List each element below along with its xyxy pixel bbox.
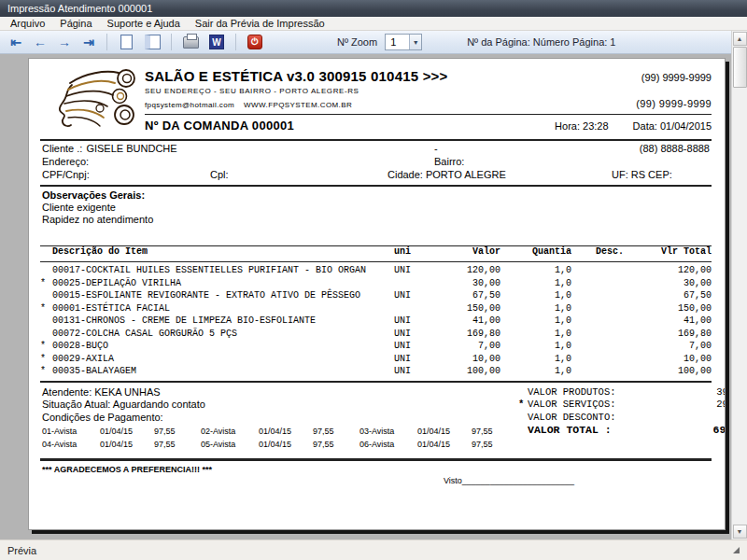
- col-descricao: Descrição do Item: [52, 246, 390, 257]
- toolbar-separator: [106, 34, 107, 50]
- item-valor: 100,00: [435, 366, 500, 376]
- scrollbar-thumb[interactable]: [733, 47, 747, 88]
- item-desc: 00001-ESTÉTICA FACIAL: [52, 303, 390, 314]
- item-valor: 10,00: [435, 354, 500, 364]
- client-endereco-label: Endereço:: [42, 156, 89, 167]
- previous-page-button[interactable]: ←: [30, 33, 50, 51]
- payment-item: 01-Avista 01/04/15 97,55: [42, 427, 201, 440]
- item-valor: 41,00: [435, 315, 500, 326]
- company-address: SEU ENDEREÇO - SEU BAIRRO - PORTO ALEGRE…: [145, 87, 712, 95]
- item-total: 41,00: [624, 315, 712, 326]
- menu-item-pagina[interactable]: Página: [53, 18, 98, 29]
- receipt-page: SALÃO E ESTÉTICA v3.0 300915 010415 >>> …: [28, 58, 726, 530]
- item-valor: 150,00: [435, 303, 500, 314]
- item-desc: 00035-BALAYAGEM: [52, 366, 390, 376]
- status-line: Situação Atual: Aguardando contato: [42, 399, 518, 412]
- observations-section: Observações Gerais: Cliente exigente Rap…: [40, 187, 712, 225]
- menu-item-sair-previa[interactable]: Sair da Prévia de Impressão: [189, 18, 331, 29]
- client-phone: (88) 8888-8888: [640, 143, 710, 154]
- payment-item: 02-Avista 01/04/15 97,55: [201, 427, 359, 440]
- item-qty: 1,0: [500, 278, 571, 288]
- toolbar-separator: [235, 34, 236, 50]
- exit-preview-button[interactable]: ⏻: [244, 33, 266, 51]
- item-desc: 00015-ESFOLIANTE REVIGORANTE - EXTRATO A…: [52, 290, 390, 301]
- item-qty: 1,0: [500, 290, 571, 301]
- client-dash: -: [434, 143, 438, 154]
- item-total: 120,00: [624, 265, 712, 275]
- single-page-view-button[interactable]: [115, 33, 137, 51]
- attendant-line: Atendente: KEKA UNHAS: [42, 386, 518, 399]
- window-title: Impressão Atendimento 000001: [7, 3, 152, 14]
- table-row: 00072-COLCHA CASAL GORGURÃO 5 PÇS UNI 16…: [40, 329, 712, 342]
- item-valor: 120,00: [435, 265, 500, 275]
- header-info: SALÃO E ESTÉTICA v3.0 300915 010415 >>> …: [145, 64, 712, 139]
- menu-item-arquivo[interactable]: Arquivo: [4, 18, 51, 29]
- item-desc: 00072-COLCHA CASAL GORGURÃO 5 PÇS: [52, 329, 390, 339]
- two-page-view-button[interactable]: [141, 33, 163, 51]
- salon-logo: [40, 64, 145, 139]
- scroll-up-icon[interactable]: ▲: [733, 32, 747, 46]
- payment-item: 04-Avista 01/04/15 97,55: [42, 440, 201, 453]
- item-qty: 1,0: [500, 315, 571, 326]
- items-table: Descrição do Item uni Valor Quantia Desc…: [40, 245, 712, 379]
- table-row: * 00035-BALAYAGEM UNI 100,00 1,0 100,00: [40, 366, 712, 379]
- client-uf-cep: UF: RS CEP:: [612, 169, 672, 180]
- divider: [40, 458, 712, 461]
- company-name: SALÃO E ESTÉTICA v3.0 300915 010415 >>>: [145, 68, 448, 84]
- item-valor: 30,00: [435, 278, 500, 288]
- client-cpl-label: Cpl:: [210, 169, 229, 180]
- status-label: Prévia: [7, 545, 36, 556]
- table-row: 00017-COCKTAIL HUILES ESSENTIELLES PURIF…: [40, 265, 712, 278]
- client-cpf-label: CPF/Cnpj:: [42, 169, 90, 180]
- totals-block: VALOR PRODUTOS: 398,30 * VALOR SERVIÇOS:…: [518, 385, 726, 454]
- next-page-button[interactable]: →: [54, 33, 75, 51]
- client-name: GISELE BUNDCHE: [86, 143, 176, 154]
- comanda-number: Nº DA COMANDA 000001: [145, 119, 294, 133]
- chevron-down-icon: ▼: [409, 35, 421, 49]
- client-label: Cliente .:: [42, 143, 82, 154]
- menu-item-suporte[interactable]: Suporte e Ajuda: [101, 18, 187, 29]
- window-titlebar: Impressão Atendimento 000001: [0, 0, 747, 17]
- print-button[interactable]: [179, 33, 202, 51]
- item-uni: UNI: [390, 341, 435, 351]
- table-row: * 00025-DEPILAÇÃO VIRILHA 30,00 1,0 30,0…: [40, 278, 712, 291]
- export-word-button[interactable]: W: [205, 33, 228, 51]
- table-row: * 00029-AXILA UNI 10,00 1,0 10,00: [40, 354, 712, 367]
- client-cidade: Cidade: PORTO ALEGRE: [388, 169, 506, 180]
- menu-bar: Arquivo Página Suporte e Ajuda Sair da P…: [0, 17, 747, 31]
- col-quantia: Quantia: [500, 246, 571, 257]
- total-servicos-row: * VALOR SERVIÇOS: 297,00: [518, 399, 726, 412]
- print-preview-area: SALÃO E ESTÉTICA v3.0 300915 010415 >>> …: [0, 54, 747, 539]
- col-uni: uni: [390, 246, 435, 257]
- item-total: 10,00: [624, 354, 712, 364]
- table-row: 00015-ESFOLIANTE REVIGORANTE - EXTRATO A…: [40, 290, 712, 303]
- resize-grip: [733, 547, 740, 553]
- date-label: Data: 01/04/2015: [633, 120, 712, 132]
- total-produtos-row: VALOR PRODUTOS: 398,30: [518, 386, 726, 399]
- item-total: 7,00: [624, 341, 712, 351]
- company-email: fpqsystem@hotmail.com: [145, 101, 234, 109]
- receipt-footer: Atendente: KEKA UNHAS Situação Atual: Ag…: [40, 385, 712, 454]
- item-total: 150,00: [624, 303, 712, 314]
- printer-icon: [183, 36, 199, 49]
- observation-line: Cliente exigente: [42, 202, 710, 213]
- total-geral-row: VALOR TOTAL : 695,30: [518, 424, 726, 440]
- item-uni: UNI: [390, 290, 435, 301]
- receipt-header: SALÃO E ESTÉTICA v3.0 300915 010415 >>> …: [40, 64, 712, 139]
- item-desc: 00028-BUÇO: [52, 341, 390, 351]
- single-page-icon: [120, 35, 133, 49]
- payment-item: 06-Avista 01/04/15 97,55: [359, 440, 518, 453]
- zoom-select[interactable]: 1 ▼: [385, 34, 422, 50]
- item-uni: UNI: [390, 329, 435, 339]
- scroll-down-icon[interactable]: ▼: [733, 525, 747, 539]
- toolbar-separator: [171, 34, 172, 50]
- page-number-label: Nº da Página: Número Página: 1: [467, 36, 615, 48]
- phone-number-1: (99) 9999-9999: [641, 72, 712, 83]
- last-page-button[interactable]: ⇥: [78, 33, 99, 51]
- item-qty: 1,0: [500, 354, 571, 364]
- first-page-button[interactable]: ⇤: [6, 33, 26, 51]
- observations-title: Observações Gerais:: [42, 189, 710, 201]
- item-qty: 1,0: [500, 366, 571, 376]
- item-desc: 00029-AXILA: [52, 354, 390, 364]
- vertical-scrollbar[interactable]: ▲ ▼: [731, 31, 747, 539]
